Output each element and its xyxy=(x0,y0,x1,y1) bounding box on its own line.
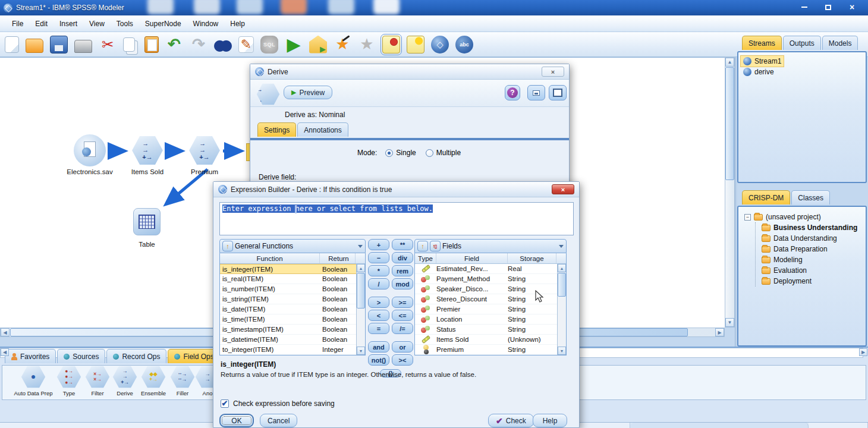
insert-function-button[interactable]: ↑ xyxy=(222,241,233,251)
operator-button[interactable]: * xyxy=(368,265,389,276)
edit-stream-icon[interactable]: ✎ xyxy=(238,36,254,53)
operator-button[interactable]: mod xyxy=(392,278,413,289)
function-row[interactable]: to_integer(ITEM) Integer xyxy=(220,345,365,355)
menu-item[interactable]: SuperNode xyxy=(139,17,187,30)
operator-button[interactable]: + xyxy=(368,239,389,250)
function-row[interactable]: is_datetime(ITEM) Boolean xyxy=(220,335,365,345)
menu-item[interactable]: View xyxy=(83,17,111,30)
project-tab[interactable]: CRISP-DM xyxy=(742,190,790,204)
radio-button[interactable] xyxy=(385,149,393,157)
field-row[interactable]: Premier String xyxy=(415,304,566,314)
field-row[interactable]: Location String xyxy=(415,314,566,325)
function-row[interactable]: is_time(ITEM) Boolean xyxy=(220,314,365,325)
canvas-vertical-scrollbar[interactable]: ▲ ▼ xyxy=(725,57,735,328)
operator-button[interactable]: = xyxy=(368,323,389,334)
palette-node[interactable]: Auto Data Prep xyxy=(13,366,54,396)
function-row[interactable]: is_string(ITEM) Boolean xyxy=(220,294,365,304)
search-icon[interactable] xyxy=(214,36,232,54)
dialog-minimize-button[interactable] xyxy=(527,85,545,100)
function-row[interactable]: is_date(ITEM) Boolean xyxy=(220,304,365,314)
redo-icon[interactable]: ↷ xyxy=(190,36,207,54)
operator-button[interactable]: or xyxy=(392,341,413,353)
field-row[interactable]: Payment_Method String xyxy=(415,274,566,284)
maximize-window-button[interactable] xyxy=(819,2,837,12)
check-button[interactable]: ✔ Check xyxy=(488,414,534,427)
operator-button[interactable]: rem xyxy=(392,265,413,276)
field-row[interactable]: Estimated_Rev... Real xyxy=(415,264,566,274)
expression-builder-close-button[interactable]: × xyxy=(552,184,574,194)
save-stream-icon[interactable] xyxy=(50,36,68,54)
field-row[interactable]: Items Sold (Unknown) xyxy=(415,335,566,345)
field-row[interactable]: Premium String xyxy=(415,345,566,355)
function-row[interactable]: is_timestamp(ITEM) Boolean xyxy=(220,325,365,335)
field-sort-button[interactable]: ⁞▯ xyxy=(430,241,441,251)
insert-field-button[interactable]: ↑ xyxy=(417,241,428,251)
derive-dialog-tab[interactable]: Annotations xyxy=(297,122,348,137)
source-node-electronics[interactable] xyxy=(74,134,106,166)
menu-item[interactable]: Tools xyxy=(111,17,139,30)
help-button[interactable]: Help xyxy=(533,414,567,427)
derive-dialog-tab[interactable]: Settings xyxy=(257,122,296,137)
run-selection-icon[interactable] xyxy=(309,36,327,54)
open-stream-icon[interactable] xyxy=(26,39,43,53)
new-comment-icon[interactable] xyxy=(407,36,424,54)
undo-icon[interactable]: ↶ xyxy=(165,36,183,54)
operator-button[interactable]: not() xyxy=(368,354,389,366)
mode-radio-option[interactable]: Multiple xyxy=(426,149,461,157)
crisp-dm-phase-item[interactable]: Data Preparation xyxy=(759,244,830,254)
check-expression-option[interactable]: ✔ Check expression before saving xyxy=(221,399,335,408)
field-row[interactable]: Status String xyxy=(415,325,566,335)
ok-button[interactable]: OK xyxy=(219,414,254,427)
operator-button[interactable]: div xyxy=(392,252,413,263)
derive-dialog-close-button[interactable]: × xyxy=(542,67,564,77)
crisp-dm-phase-item[interactable]: Deployment xyxy=(759,276,814,287)
modeler-gem-icon[interactable]: ◇ xyxy=(431,36,449,54)
expression-input[interactable]: Enter expression here or select from lis… xyxy=(219,202,574,235)
expression-builder-titlebar[interactable]: Expression Builder - Derive : If this co… xyxy=(213,182,579,197)
cut-icon[interactable]: ✂ xyxy=(99,36,117,54)
checkbox-checked-icon[interactable]: ✔ xyxy=(221,399,229,408)
managers-tab[interactable]: Models xyxy=(822,36,858,50)
operator-button[interactable]: > xyxy=(368,297,389,308)
fields-dropdown[interactable]: ↑ ⁞▯ Fields xyxy=(414,239,567,253)
operator-button[interactable]: and xyxy=(368,341,389,353)
stream-tree-item[interactable]: Stream1 xyxy=(741,56,784,67)
function-row[interactable]: is_real(ITEM) Boolean xyxy=(220,274,365,284)
crisp-dm-phase-item[interactable]: Data Understanding xyxy=(759,233,839,244)
managers-tab[interactable]: Streams xyxy=(742,36,782,50)
operator-button[interactable]: <= xyxy=(392,310,413,321)
minimize-window-button[interactable] xyxy=(795,2,813,12)
insert-comment-pinned-icon[interactable] xyxy=(382,36,400,54)
menu-item[interactable]: Window xyxy=(187,17,225,30)
star-edit-icon[interactable]: ★ xyxy=(334,36,351,54)
operator-button[interactable]: − xyxy=(368,252,389,263)
fields-scrollbar[interactable]: ▲▼ xyxy=(557,264,566,355)
project-root-item[interactable]: − (unsaved project) xyxy=(742,212,823,222)
paste-icon[interactable] xyxy=(144,36,159,53)
table-node[interactable] xyxy=(133,208,161,235)
operator-button[interactable]: /= xyxy=(392,323,413,334)
sql-preview-icon[interactable]: SQL xyxy=(260,36,278,54)
operator-button[interactable]: / xyxy=(368,278,389,289)
mode-radio-option[interactable]: Single xyxy=(385,149,416,157)
menu-item[interactable]: Help xyxy=(224,17,251,30)
new-stream-icon[interactable] xyxy=(5,36,19,53)
run-stream-icon[interactable]: ▶ xyxy=(285,36,303,54)
menu-item[interactable]: File xyxy=(6,17,29,30)
operator-button[interactable]: ** xyxy=(392,239,413,250)
radio-button[interactable] xyxy=(426,149,433,157)
palette-tab[interactable]: Favorites xyxy=(5,349,56,363)
managers-tab[interactable]: Outputs xyxy=(783,36,821,50)
print-icon[interactable] xyxy=(74,40,92,53)
function-row[interactable]: is_integer(ITEM) Boolean xyxy=(220,264,365,274)
collapse-expander-icon[interactable]: − xyxy=(744,214,751,221)
operator-button[interactable]: >= xyxy=(392,297,413,308)
menu-item[interactable]: Insert xyxy=(54,17,83,30)
spell-check-icon[interactable]: abc xyxy=(455,36,473,54)
crisp-dm-phase-item[interactable]: Business Understanding xyxy=(759,222,860,233)
functions-category-dropdown[interactable]: ↑ General Functions xyxy=(219,239,366,253)
functions-scrollbar[interactable]: ▲▼ xyxy=(356,264,365,355)
help-button[interactable]: ? xyxy=(505,85,520,100)
project-tab[interactable]: Classes xyxy=(791,190,830,204)
menu-item[interactable]: Edit xyxy=(29,17,54,30)
